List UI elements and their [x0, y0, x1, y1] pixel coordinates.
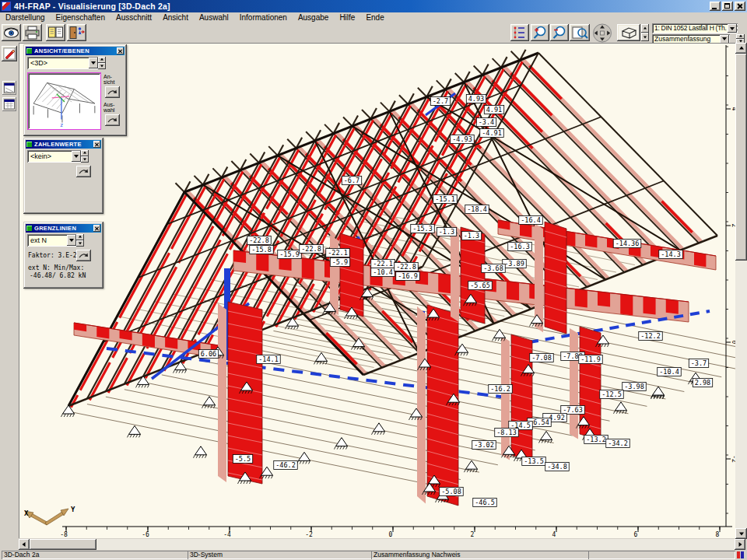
svg-text:-3.02: -3.02	[474, 441, 494, 449]
vertical-scroll-thumb[interactable]	[735, 54, 747, 261]
menu-item-auswahl[interactable]: Auswahl	[194, 12, 234, 23]
svg-text:6.06: 6.06	[201, 350, 216, 358]
chevron-down-icon[interactable]	[67, 235, 76, 246]
svg-text:-18.4: -18.4	[467, 205, 487, 213]
minimized-panel-button-1[interactable]	[2, 81, 16, 95]
svg-text:4.91: 4.91	[486, 106, 502, 114]
print-button[interactable]	[23, 24, 42, 41]
pencil-icon	[2, 46, 17, 61]
zahlenwerte-select-value: <kein>	[30, 152, 51, 160]
svg-text:-16.3: -16.3	[510, 243, 530, 250]
panel-icon	[26, 142, 32, 147]
menu-item-ende[interactable]: Ende	[360, 12, 389, 23]
svg-text:-7.08: -7.08	[531, 354, 552, 362]
view-3d-button[interactable]	[617, 24, 640, 41]
horizontal-scroll-thumb[interactable]	[30, 539, 96, 550]
exit-button[interactable]	[67, 24, 86, 41]
svg-text:Y: Y	[71, 506, 75, 513]
view-preview[interactable]: z	[27, 72, 101, 130]
svg-text:-3.89: -3.89	[504, 260, 524, 268]
zahlenwerte-spinner[interactable]	[81, 150, 89, 163]
zoom-extents-button[interactable]	[570, 24, 590, 41]
grenzlinien-select[interactable]: ext N	[27, 234, 77, 247]
menu-item-ansicht[interactable]: Ansicht	[157, 12, 194, 23]
status-app-icon	[735, 551, 745, 559]
panel-grenzlinien-titlebar[interactable]: GRENZLINIEN	[26, 224, 101, 233]
view-select[interactable]: <3D>	[27, 57, 99, 69]
zahlenwerte-apply-button[interactable]	[76, 166, 91, 177]
panel-icon	[26, 48, 32, 54]
menu-item-eigenschaften[interactable]: Eigenschaften	[51, 12, 110, 23]
minimize-button[interactable]	[710, 2, 721, 11]
svg-text:-15.3: -15.3	[412, 225, 433, 233]
menu-item-darstellung[interactable]: Darstellung	[0, 12, 51, 23]
status-field-3: Zusammenfassung Nachweis	[371, 551, 589, 559]
svg-text:-3.68: -3.68	[483, 264, 503, 272]
maximize-button[interactable]	[722, 2, 733, 11]
chevron-down-icon[interactable]	[728, 24, 737, 33]
load-case-select[interactable]: 1: DIN 1052 Lastfall H (Th. 1. Or	[652, 23, 738, 33]
scroll-left-button[interactable]	[19, 539, 30, 550]
svg-text:2: 2	[471, 531, 475, 538]
chevron-down-icon[interactable]	[89, 58, 98, 68]
svg-text:2.98: 2.98	[695, 379, 710, 387]
svg-text:-14.36: -14.36	[615, 240, 640, 247]
close-icon[interactable]	[93, 225, 100, 232]
left-tool-strip	[0, 43, 19, 538]
menu-item-ausschnitt[interactable]: Ausschnitt	[110, 12, 157, 23]
zoom-in-icon	[531, 24, 549, 41]
book-icon	[46, 24, 65, 41]
status-field-2: 3D-System	[188, 551, 372, 559]
svg-text:-3.4: -3.4	[479, 118, 494, 126]
scroll-right-button[interactable]	[735, 539, 745, 550]
grenzlinien-apply-button[interactable]	[76, 250, 91, 261]
close-icon[interactable]	[93, 141, 100, 148]
edit-view-button[interactable]	[2, 46, 17, 61]
menu-item-hilfe[interactable]: Hilfe	[334, 12, 360, 23]
zoom-out-icon	[550, 24, 569, 41]
close-icon[interactable]	[117, 47, 124, 54]
vertical-scrollbar[interactable]	[735, 43, 747, 539]
panel-grenzlinien-title: GRENZLINIEN	[34, 225, 93, 232]
zoom-in-button[interactable]	[531, 24, 549, 41]
svg-text:-10.4: -10.4	[659, 368, 679, 376]
chevron-down-icon[interactable]	[72, 151, 81, 162]
rotate-arrow-icon	[76, 166, 91, 177]
grenzlinien-spinner[interactable]	[76, 234, 84, 247]
svg-text:-12.2: -12.2	[640, 332, 661, 340]
zoom-out-button[interactable]	[550, 24, 569, 41]
svg-text:-3.7: -3.7	[691, 359, 707, 367]
menu-item-ausgabe[interactable]: Ausgabe	[293, 12, 334, 23]
view-3d-spinner[interactable]	[641, 24, 649, 41]
display-list-button[interactable]	[510, 24, 529, 41]
view-options-button[interactable]	[2, 24, 21, 41]
scroll-up-button[interactable]	[735, 43, 747, 54]
svg-text:-46.2: -46.2	[275, 461, 296, 469]
svg-text:-22.8: -22.8	[249, 236, 269, 244]
panel-zahlenwerte: ZAHLENWERTE <kein>	[23, 138, 103, 214]
horizontal-scrollbar[interactable]	[19, 539, 745, 550]
rotate-arrow-icon	[105, 114, 120, 126]
panel-ansicht-titlebar[interactable]: ANSICHT/EBENEN	[26, 47, 124, 55]
auswahl-apply-button[interactable]	[105, 114, 120, 126]
pan-control[interactable]	[592, 23, 612, 43]
close-button[interactable]	[735, 2, 745, 11]
minimized-panel-button-2[interactable]	[2, 97, 16, 111]
toolbar: 1: DIN 1052 Lastfall H (Th. 1. Or Zusamm…	[0, 23, 747, 44]
svg-text:-5.08: -5.08	[441, 488, 461, 495]
ansicht-apply-button[interactable]	[105, 86, 120, 98]
panel-zahlenwerte-titlebar[interactable]: ZAHLENWERTE	[26, 140, 101, 149]
drawing-canvas[interactable]: 4.934.91-2.7-3.4-4.91-4.93-6.7-15.1-18.4…	[19, 43, 735, 538]
svg-text:-8.13: -8.13	[496, 429, 517, 436]
chevron-down-icon[interactable]	[720, 35, 729, 44]
preview-roof-sketch: z	[28, 73, 100, 129]
menu-item-informationen[interactable]: Informationen	[234, 12, 293, 23]
view-spinner[interactable]	[98, 57, 106, 69]
help-book-button[interactable]	[46, 24, 65, 41]
svg-text:-8: -8	[60, 531, 68, 538]
zahlenwerte-select[interactable]: <kein>	[27, 150, 82, 163]
svg-text:-12.5: -12.5	[601, 390, 622, 398]
pan-pad-icon	[592, 23, 612, 43]
grenzlinien-select-value: ext N	[30, 236, 47, 244]
scroll-down-button[interactable]	[735, 528, 747, 539]
